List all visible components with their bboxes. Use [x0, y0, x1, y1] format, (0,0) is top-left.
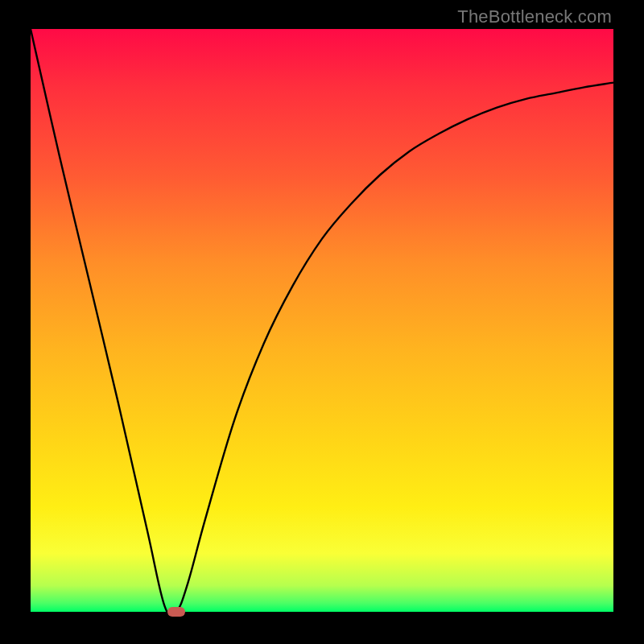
- bottleneck-curve: [31, 29, 613, 612]
- plot-area: [31, 29, 613, 612]
- chart-frame: TheBottleneck.com: [0, 0, 644, 644]
- optimum-marker: [167, 607, 185, 617]
- curve-svg: [31, 29, 613, 612]
- watermark-text: TheBottleneck.com: [457, 6, 612, 27]
